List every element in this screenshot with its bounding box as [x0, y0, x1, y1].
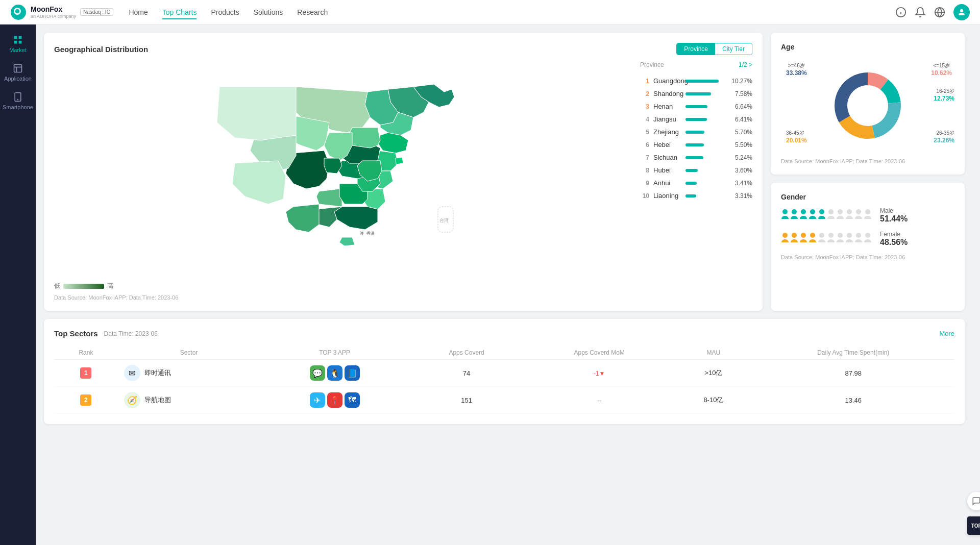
city-tier-toggle-btn[interactable]: City Tier	[715, 43, 752, 55]
person-icon	[836, 232, 844, 245]
province-bar	[685, 156, 703, 159]
svg-point-30	[856, 209, 861, 214]
col-top3: TOP 3 APP	[260, 346, 409, 360]
nav-solutions[interactable]: Solutions	[254, 8, 283, 17]
sidebar-application-label: Application	[4, 76, 32, 82]
province-pagination[interactable]: 1/2 >	[739, 61, 752, 68]
person-icon	[845, 209, 853, 222]
person-icon	[781, 232, 789, 245]
svg-point-34	[801, 233, 806, 238]
nav-top-charts[interactable]: Top Charts	[162, 8, 197, 17]
province-bar-wrap	[685, 156, 726, 159]
province-rank: 6	[640, 141, 649, 148]
svg-point-39	[847, 233, 852, 238]
age-label-36-45: 36-45岁 20.01%	[786, 130, 807, 144]
nav-products-link[interactable]: Products	[211, 6, 239, 18]
province-row: 3Henan6.64%	[640, 100, 752, 113]
scroll-top-btn[interactable]: TOP	[967, 516, 980, 535]
province-name: Jiangsu	[653, 115, 681, 123]
svg-rect-9	[14, 36, 17, 39]
rank-badge: 2	[80, 394, 91, 406]
province-list: Province 1/2 > 1Guangdong10.27%2Shandong…	[640, 61, 752, 301]
cell-daily-time: 87.98	[752, 360, 954, 387]
person-icon	[864, 232, 872, 245]
province-rank: 9	[640, 180, 649, 187]
content-area: Geographical Distribution Province City …	[36, 24, 973, 545]
province-row: 10Liaoning3.31%	[640, 189, 752, 202]
info-icon[interactable]	[895, 7, 906, 18]
province-bar	[685, 169, 698, 172]
sidebar-item-application[interactable]: Application	[0, 58, 36, 87]
svg-point-2	[15, 9, 19, 13]
province-name: Shandong	[653, 90, 681, 97]
nav-top-charts-link[interactable]: Top Charts	[162, 6, 197, 19]
mom-value: --	[597, 397, 601, 404]
svg-text:澳: 澳	[360, 231, 364, 236]
geo-distribution-card: Geographical Distribution Province City …	[44, 33, 763, 311]
cell-top3-apps: ✈📍🗺	[260, 387, 409, 414]
app-icon: 📍	[327, 392, 342, 408]
svg-point-8	[960, 9, 963, 12]
nav-products[interactable]: Products	[211, 8, 239, 17]
sectors-more-btn[interactable]: More	[939, 330, 954, 337]
sidebar-item-smartphone[interactable]: Smartphone	[0, 87, 36, 115]
province-bar-wrap	[685, 194, 726, 197]
province-rank: 10	[640, 192, 649, 200]
logo-text-block: MoonFox an AURORA company	[31, 5, 76, 19]
male-icons	[781, 209, 872, 222]
province-rank: 1	[640, 78, 649, 85]
age-label-46plus: >=46岁 33.38%	[786, 62, 807, 77]
logo-area: MoonFox an AURORA company Nasdaq : IG	[10, 4, 113, 20]
app-icon: ✈	[310, 392, 325, 408]
user-avatar[interactable]	[953, 4, 970, 20]
col-daily-time: Daily Avg Time Spent(min)	[752, 346, 954, 360]
svg-rect-13	[14, 65, 22, 72]
svg-point-28	[838, 209, 843, 214]
province-pct: 3.60%	[733, 167, 752, 174]
svg-point-25	[810, 209, 815, 214]
nav-research[interactable]: Research	[297, 8, 328, 17]
map-area: 台湾 澳 香港 低 高 Data Source: MoonFox iAPP; D…	[54, 61, 630, 301]
app-icon: 💬	[310, 365, 325, 381]
province-rank: 5	[640, 129, 649, 136]
svg-point-29	[847, 209, 852, 214]
province-bar-wrap	[685, 92, 726, 95]
province-pct: 3.31%	[733, 192, 752, 200]
province-rows-container: 1Guangdong10.27%2Shandong7.58%3Henan6.64…	[640, 75, 752, 202]
svg-point-32	[782, 233, 788, 238]
province-name: Sichuan	[653, 154, 681, 161]
person-icon	[864, 209, 872, 222]
province-toggle-btn[interactable]: Province	[677, 43, 715, 55]
province-bar	[685, 92, 711, 95]
svg-point-33	[792, 233, 797, 238]
province-bar	[685, 118, 707, 121]
app-icons-wrap: ✈📍🗺	[266, 392, 403, 408]
bell-icon[interactable]	[915, 7, 926, 18]
sector-name: 即时通讯	[144, 368, 171, 378]
nav-home-link[interactable]: Home	[129, 6, 148, 18]
rank-badge: 1	[80, 367, 91, 379]
male-pct: 51.44%	[880, 214, 908, 224]
sectors-title: Top Sectors	[54, 329, 98, 338]
nav-research-link[interactable]: Research	[297, 6, 328, 18]
province-row: 5Zhejiang5.70%	[640, 126, 752, 138]
brand-tagline: an AURORA company	[31, 14, 76, 19]
svg-point-37	[828, 233, 834, 238]
sector-name-wrap: 🧭 导航地图	[124, 392, 254, 408]
province-row: 7Sichuan5.24%	[640, 151, 752, 164]
age-label-15minus: <=15岁 10.62%	[931, 62, 952, 77]
nav-links: Home Top Charts Products Solutions Resea…	[129, 8, 895, 17]
svg-point-23	[792, 209, 797, 214]
globe-icon[interactable]	[934, 7, 945, 18]
nav-home[interactable]: Home	[129, 8, 148, 17]
province-bar	[685, 143, 704, 146]
sidebar-item-market[interactable]: Market	[0, 30, 36, 58]
cell-rank: 2	[54, 387, 118, 414]
cell-daily-time: 13.46	[752, 387, 954, 414]
province-name: Hebei	[653, 141, 681, 148]
svg-point-35	[810, 233, 815, 238]
cell-apps-covered: 151	[409, 387, 524, 414]
nav-solutions-link[interactable]: Solutions	[254, 6, 283, 18]
sidebar-smartphone-label: Smartphone	[3, 104, 33, 110]
female-pct: 48.56%	[880, 238, 908, 247]
